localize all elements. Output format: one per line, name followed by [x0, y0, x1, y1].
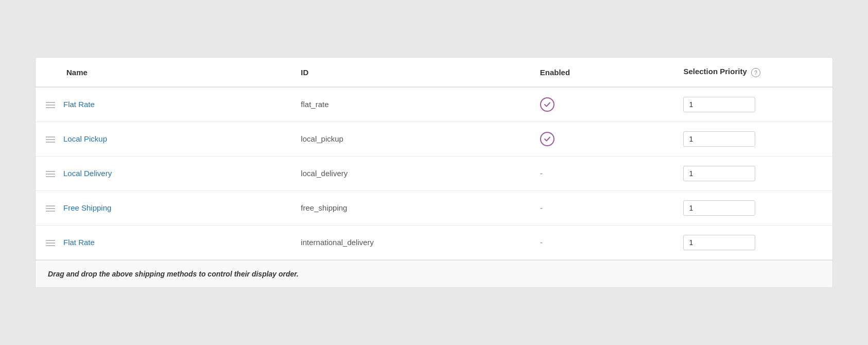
table-footer-row: Drag and drop the above shipping methods…	[36, 260, 832, 287]
table-row: Free Shippingfree_shipping-	[36, 191, 832, 225]
row-priority-cell	[673, 156, 832, 191]
row-enabled-cell: -	[530, 156, 673, 191]
row-id-cell: international_delivery	[290, 225, 529, 260]
priority-input[interactable]	[683, 166, 755, 181]
column-header-enabled: Enabled	[530, 58, 673, 87]
column-header-priority: Selection Priority ?	[673, 58, 832, 87]
row-name-cell: Flat Rate	[36, 87, 290, 122]
shipping-method-link[interactable]: Local Delivery	[63, 169, 112, 178]
row-name-cell: Flat Rate	[36, 225, 290, 260]
row-priority-cell	[673, 122, 832, 156]
footer-note: Drag and drop the above shipping methods…	[36, 260, 832, 287]
row-id-cell: free_shipping	[290, 191, 529, 225]
enabled-check-icon	[540, 132, 554, 146]
table-row: Local Deliverylocal_delivery-	[36, 156, 832, 191]
shipping-method-link[interactable]: Local Pickup	[63, 134, 107, 143]
row-enabled-cell: -	[530, 191, 673, 225]
priority-input[interactable]	[683, 131, 755, 147]
row-id-cell: local_delivery	[290, 156, 529, 191]
shipping-method-link[interactable]: Flat Rate	[63, 238, 95, 247]
row-name-cell: Local Pickup	[36, 122, 290, 156]
table-row: Local Pickuplocal_pickup	[36, 122, 832, 156]
shipping-method-link[interactable]: Flat Rate	[63, 100, 95, 109]
row-enabled-cell	[530, 87, 673, 122]
row-priority-cell	[673, 87, 832, 122]
shipping-methods-table: Name ID Enabled Selection Priority ? Fla…	[35, 57, 833, 287]
enabled-dash: -	[540, 238, 543, 247]
enabled-check-icon	[540, 97, 554, 112]
shipping-method-link[interactable]: Free Shipping	[63, 203, 111, 212]
enabled-dash: -	[540, 203, 543, 212]
table-row: Flat Rateflat_rate	[36, 87, 832, 122]
priority-help-icon[interactable]: ?	[751, 68, 760, 77]
row-name-cell: Local Delivery	[36, 156, 290, 191]
row-enabled-cell: -	[530, 225, 673, 260]
row-enabled-cell	[530, 122, 673, 156]
row-id-cell: local_pickup	[290, 122, 529, 156]
priority-input[interactable]	[683, 97, 755, 112]
table-row: Flat Rateinternational_delivery-	[36, 225, 832, 260]
drag-handle-icon[interactable]	[46, 240, 55, 246]
priority-input[interactable]	[683, 235, 755, 250]
row-priority-cell	[673, 225, 832, 260]
enabled-dash: -	[540, 169, 543, 178]
drag-handle-icon[interactable]	[46, 102, 55, 108]
row-name-cell: Free Shipping	[36, 191, 290, 225]
table-header-row: Name ID Enabled Selection Priority ?	[36, 58, 832, 87]
column-header-name: Name	[36, 58, 290, 87]
drag-handle-icon[interactable]	[46, 205, 55, 212]
row-priority-cell	[673, 191, 832, 225]
priority-input[interactable]	[683, 200, 755, 216]
drag-handle-icon[interactable]	[46, 136, 55, 143]
row-id-cell: flat_rate	[290, 87, 529, 122]
drag-handle-icon[interactable]	[46, 171, 55, 177]
column-header-id: ID	[290, 58, 529, 87]
